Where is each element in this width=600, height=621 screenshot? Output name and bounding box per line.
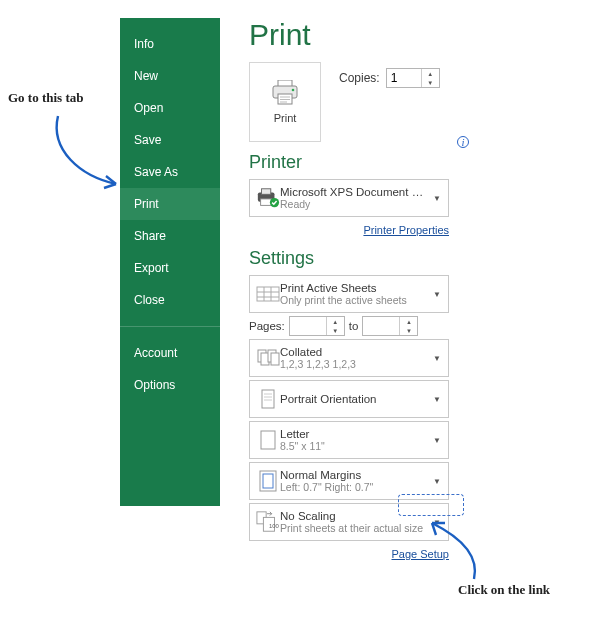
sidebar-item-print[interactable]: Print: [120, 188, 220, 220]
pages-to-down[interactable]: ▼: [400, 326, 417, 335]
page-title: Print: [249, 18, 469, 52]
chevron-down-icon: ▼: [430, 395, 444, 404]
pages-to-spinner[interactable]: ▲▼: [362, 316, 418, 336]
pages-range: Pages: ▲▼ to ▲▼: [249, 316, 449, 336]
info-icon[interactable]: i: [457, 136, 469, 148]
print-panel: Print Print Copies:: [249, 18, 469, 570]
annotation-go-to-tab: Go to this tab: [8, 90, 83, 106]
paper-title: Letter: [280, 428, 430, 440]
collated-icon: [256, 344, 280, 372]
sidebar-item-info[interactable]: Info: [120, 28, 220, 60]
page-icon: [256, 426, 280, 454]
copies-spinner[interactable]: ▲ ▼: [386, 68, 440, 88]
sidebar-item-share[interactable]: Share: [120, 220, 220, 252]
printer-dropdown[interactable]: Microsoft XPS Document W… Ready ▼: [249, 179, 449, 217]
settings-heading: Settings: [249, 248, 469, 269]
paper-size-dropdown[interactable]: Letter 8.5" x 11" ▼: [249, 421, 449, 459]
sidebar-item-export[interactable]: Export: [120, 252, 220, 284]
scaling-icon: 100: [256, 508, 280, 536]
chevron-down-icon: ▼: [430, 354, 444, 363]
margins-icon: [256, 467, 280, 495]
paper-subtitle: 8.5" x 11": [280, 440, 430, 452]
sidebar-item-save-as[interactable]: Save As: [120, 156, 220, 188]
printer-name: Microsoft XPS Document W…: [280, 186, 430, 198]
svg-point-2: [292, 89, 295, 92]
copies-down[interactable]: ▼: [422, 78, 439, 87]
sidebar-divider: [120, 326, 220, 327]
annotation-highlight-box: [398, 494, 464, 516]
annotation-arrow-1: [40, 110, 128, 198]
copies-label: Copies:: [339, 71, 380, 85]
annotation-click-link: Click on the link: [458, 582, 550, 598]
pages-to-label: to: [349, 320, 359, 332]
printer-icon: [270, 80, 300, 106]
print-what-subtitle: Only print the active sheets: [280, 294, 430, 306]
print-button[interactable]: Print: [249, 62, 321, 142]
margins-title: Normal Margins: [280, 469, 430, 481]
chevron-down-icon: ▼: [430, 436, 444, 445]
svg-rect-11: [257, 287, 279, 301]
copies-input[interactable]: [387, 69, 421, 87]
portrait-icon: [256, 385, 280, 413]
sidebar-item-close[interactable]: Close: [120, 284, 220, 316]
chevron-down-icon: ▼: [430, 477, 444, 486]
pages-from-spinner[interactable]: ▲▼: [289, 316, 345, 336]
print-what-title: Print Active Sheets: [280, 282, 430, 294]
sidebar-item-new[interactable]: New: [120, 60, 220, 92]
svg-rect-19: [271, 353, 279, 365]
collation-dropdown[interactable]: Collated 1,2,3 1,2,3 1,2,3 ▼: [249, 339, 449, 377]
svg-rect-8: [262, 189, 271, 195]
svg-rect-24: [261, 431, 275, 449]
sidebar-item-save[interactable]: Save: [120, 124, 220, 156]
sidebar-item-account[interactable]: Account: [120, 337, 220, 369]
orientation-title: Portrait Orientation: [280, 393, 430, 405]
scaling-subtitle: Print sheets at their actual size: [280, 522, 430, 534]
sidebar-item-open[interactable]: Open: [120, 92, 220, 124]
annotation-arrow-2: [418, 517, 498, 587]
svg-rect-20: [262, 390, 274, 408]
printer-heading: Printer: [249, 152, 469, 173]
pages-from-up[interactable]: ▲: [327, 317, 344, 326]
chevron-down-icon: ▼: [430, 290, 444, 299]
printer-status: Ready: [280, 198, 430, 210]
pages-label: Pages:: [249, 320, 285, 332]
copies-control: Copies: ▲ ▼: [339, 68, 440, 88]
chevron-down-icon: ▼: [430, 194, 444, 203]
copies-up[interactable]: ▲: [422, 69, 439, 78]
collation-subtitle: 1,2,3 1,2,3 1,2,3: [280, 358, 430, 370]
print-what-dropdown[interactable]: Print Active Sheets Only print the activ…: [249, 275, 449, 313]
file-menu-sidebar: Info New Open Save Save As Print Share E…: [120, 18, 220, 506]
pages-from-input[interactable]: [290, 317, 326, 335]
orientation-dropdown[interactable]: Portrait Orientation ▼: [249, 380, 449, 418]
margins-subtitle: Left: 0.7" Right: 0.7": [280, 481, 430, 493]
svg-text:100: 100: [269, 523, 280, 529]
sidebar-item-options[interactable]: Options: [120, 369, 220, 401]
printer-properties-link[interactable]: Printer Properties: [363, 224, 449, 236]
printer-status-icon: [256, 184, 280, 212]
print-button-label: Print: [274, 112, 297, 124]
sheets-icon: [256, 280, 280, 308]
collation-title: Collated: [280, 346, 430, 358]
pages-to-up[interactable]: ▲: [400, 317, 417, 326]
pages-from-down[interactable]: ▼: [327, 326, 344, 335]
pages-to-input[interactable]: [363, 317, 399, 335]
